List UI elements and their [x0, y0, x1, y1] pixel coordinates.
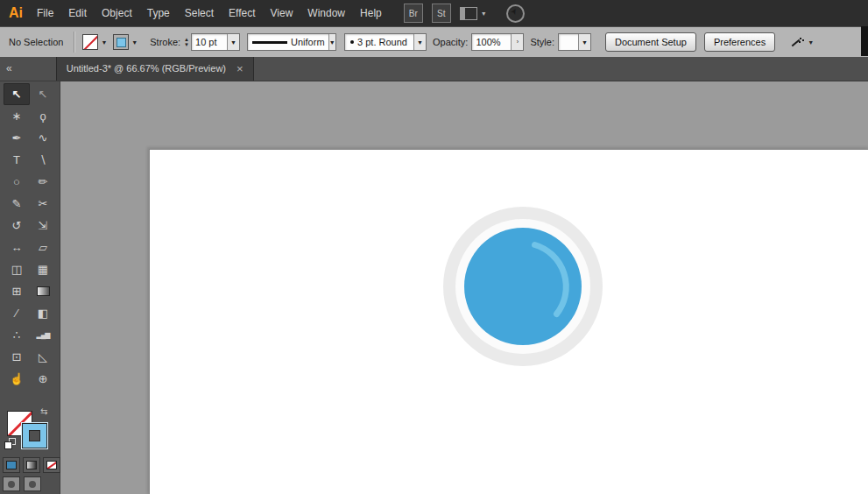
illustrator-logo: Ai — [9, 5, 23, 21]
select-similar-control[interactable]: ▼ — [789, 36, 814, 49]
document-setup-button[interactable]: Document Setup — [605, 32, 696, 52]
stroke-color-control[interactable]: ▼ — [113, 34, 138, 50]
brush-dd-icon[interactable]: ▼ — [413, 34, 426, 50]
stepper-down-icon[interactable]: ▼ — [184, 42, 189, 47]
select-similar-wand-icon[interactable] — [789, 36, 802, 49]
rotate-tool[interactable]: ↺ — [4, 215, 30, 236]
gradient-tool-icon — [37, 286, 50, 296]
stroke-swatch-hole — [29, 430, 40, 441]
stroke-color-chip — [116, 38, 126, 47]
touch-workspace-icon[interactable] — [506, 4, 525, 23]
perspective-grid-tool[interactable]: ▦ — [30, 258, 56, 280]
opacity-chevron-icon[interactable]: › — [511, 34, 523, 50]
pen-tool[interactable]: ✒ — [4, 127, 30, 149]
color-button[interactable] — [3, 457, 20, 473]
bridge-button[interactable]: Br — [404, 4, 423, 23]
menu-view[interactable]: View — [271, 7, 293, 19]
workspace-caret-icon[interactable]: ▼ — [481, 11, 487, 17]
document-tab[interactable]: Untitled-3* @ 66.67% (RGB/Preview) × — [56, 56, 254, 81]
blend-tool[interactable]: ◧ — [30, 302, 56, 324]
lasso-tool[interactable]: ϙ — [30, 105, 56, 127]
menu-type[interactable]: Type — [147, 7, 170, 19]
fill-color-control[interactable]: ▼ — [82, 34, 107, 50]
color-chip-icon — [6, 461, 17, 469]
opacity-field[interactable]: 100% › — [471, 33, 524, 51]
tab-close-icon[interactable]: × — [236, 63, 243, 74]
eyedropper-tool[interactable]: ∕ — [4, 302, 30, 324]
direct-selection-tool[interactable]: ↖ — [30, 83, 56, 105]
type-tool[interactable]: T — [4, 149, 30, 171]
hand-tool[interactable]: ☝ — [4, 368, 30, 390]
lasso-tool-icon: ϙ — [39, 109, 46, 123]
pencil-tool-icon: ✎ — [12, 197, 22, 210]
artwork-circle-icon[interactable] — [435, 199, 610, 374]
width-profile-dd-icon[interactable]: ▼ — [328, 34, 335, 50]
scale-tool-icon: ⇲ — [39, 219, 48, 232]
zoom-tool[interactable]: ⊕ — [30, 368, 56, 390]
scale-tool[interactable]: ⇲ — [30, 215, 56, 236]
app-bar-buttons: Br St ▼ — [404, 4, 525, 23]
slice-tool[interactable]: ◺ — [30, 346, 56, 368]
paintbrush-tool[interactable]: ✏ — [30, 171, 56, 193]
pencil-tool[interactable]: ✎ — [4, 193, 30, 215]
column-graph-tool[interactable]: ▂▄▆ — [30, 324, 56, 346]
magic-wand-tool[interactable]: ∗ — [4, 105, 30, 127]
draw-behind-button[interactable] — [24, 476, 41, 491]
swap-fill-stroke-icon[interactable]: ⇆ — [40, 406, 47, 416]
drawing-mode-buttons — [3, 476, 41, 491]
opacity-value[interactable]: 100% — [472, 37, 511, 47]
stroke-weight-value[interactable]: 10 pt — [192, 37, 227, 47]
curvature-tool[interactable]: ∿ — [30, 127, 56, 149]
mesh-tool[interactable]: ⊞ — [4, 280, 30, 302]
select-similar-caret-icon[interactable]: ▼ — [808, 39, 814, 46]
draw-behind-icon — [29, 481, 36, 488]
width-profile-combo[interactable]: Uniform ▼ — [247, 33, 336, 51]
default-fill-stroke-icon[interactable] — [4, 438, 16, 449]
scissors-tool[interactable]: ✂ — [30, 193, 56, 215]
brush-value[interactable]: 3 pt. Round — [354, 37, 413, 47]
brush-combo[interactable]: 3 pt. Round ▼ — [344, 33, 427, 51]
style-label[interactable]: Style: — [530, 37, 554, 47]
menu-file[interactable]: File — [37, 7, 53, 19]
none-button[interactable] — [43, 457, 60, 473]
menu-help[interactable]: Help — [360, 7, 382, 19]
ellipse-tool[interactable]: ○ — [4, 171, 30, 193]
style-combo[interactable]: ▼ — [558, 33, 591, 51]
stroke-caret-icon[interactable]: ▼ — [131, 39, 138, 46]
canvas[interactable] — [60, 81, 868, 494]
stroke-color-swatch[interactable] — [113, 34, 129, 50]
gradient-button[interactable] — [23, 457, 40, 473]
selection-tool[interactable]: ↖ — [4, 83, 30, 105]
artboard-tool[interactable]: ⊡ — [4, 346, 30, 368]
zoom-tool-icon: ⊕ — [39, 372, 48, 385]
magic-wand-tool-icon: ∗ — [12, 109, 22, 123]
shape-builder-tool[interactable]: ◫ — [4, 258, 30, 280]
width-profile-preview — [252, 41, 287, 44]
menu-effect[interactable]: Effect — [229, 7, 255, 19]
menu-window[interactable]: Window — [307, 7, 345, 19]
stroke-swatch-indicator[interactable] — [22, 423, 47, 448]
symbol-sprayer-tool[interactable]: ∴ — [4, 324, 30, 346]
workspace-switcher-icon[interactable] — [460, 7, 477, 20]
free-transform-tool[interactable]: ▱ — [30, 236, 56, 258]
stroke-weight-label[interactable]: Stroke: — [150, 37, 180, 47]
menu-select[interactable]: Select — [185, 7, 214, 19]
fill-caret-icon[interactable]: ▼ — [101, 39, 107, 46]
width-profile-value[interactable]: Uniform — [287, 37, 328, 47]
stroke-weight-dd-icon[interactable]: ▼ — [227, 34, 239, 50]
width-tool[interactable]: ↔ — [4, 236, 30, 258]
line-segment-tool[interactable]: ∖ — [30, 149, 56, 171]
menu-object[interactable]: Object — [102, 7, 132, 19]
fill-none-swatch[interactable] — [82, 34, 98, 50]
menu-edit[interactable]: Edit — [68, 7, 87, 19]
paint-mode-buttons — [3, 457, 60, 473]
stroke-weight-combo[interactable]: 10 pt ▼ — [191, 33, 240, 51]
opacity-label[interactable]: Opacity: — [433, 37, 468, 47]
stock-button[interactable]: St — [432, 4, 451, 23]
gradient-tool[interactable] — [30, 280, 56, 302]
collapse-panel-icon[interactable]: « — [6, 63, 12, 74]
preferences-button[interactable]: Preferences — [704, 32, 775, 52]
draw-normal-button[interactable] — [3, 476, 20, 491]
style-dd-icon[interactable]: ▼ — [578, 34, 590, 50]
stroke-weight-stepper[interactable]: ▲ ▼ — [184, 37, 189, 47]
